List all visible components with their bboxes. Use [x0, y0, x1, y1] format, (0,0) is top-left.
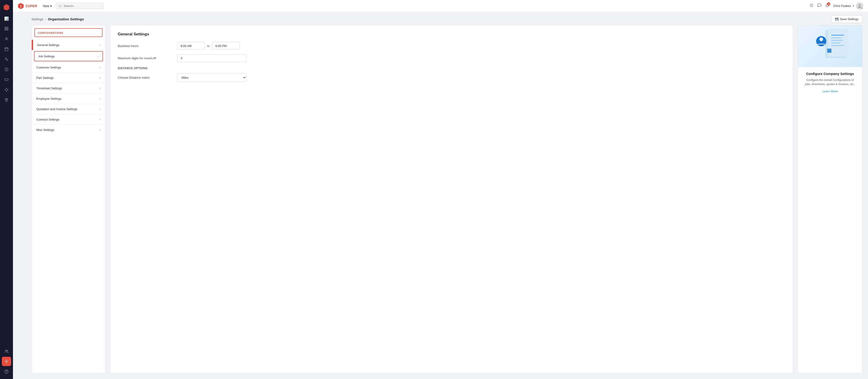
hamburger-menu-icon[interactable]: [809, 3, 814, 8]
time-to-separator: to: [207, 44, 210, 48]
svg-point-18: [6, 361, 7, 362]
online-indicator: [861, 8, 863, 9]
settings-active-icon[interactable]: [2, 357, 11, 366]
jobs-icon[interactable]: [2, 24, 11, 33]
svg-rect-31: [831, 35, 844, 36]
menu-item-quotation-label: Quotation and Invoice Settings: [36, 107, 77, 111]
business-hours-to-input[interactable]: [212, 42, 240, 50]
help-icon[interactable]: [2, 367, 11, 376]
svg-rect-1: [5, 27, 6, 28]
menu-item-job[interactable]: Job Settings ›: [34, 51, 103, 61]
choose-distance-label: Choose Distance metric: [118, 76, 174, 80]
menu-item-employee[interactable]: Employee Settings ›: [32, 93, 105, 104]
svg-rect-6: [5, 48, 8, 51]
breadcrumb-current: Organization Settings: [48, 17, 84, 21]
business-hours-controls: to: [177, 42, 785, 50]
user-name: Chris Foakes: [833, 4, 851, 8]
calendar-icon[interactable]: [2, 44, 11, 54]
distance-options-label: DISTANCE OPTIONS:: [118, 67, 785, 70]
tag-icon[interactable]: [2, 75, 11, 84]
grid-icon[interactable]: [2, 85, 11, 94]
menu-chevron-misc: ›: [99, 128, 101, 132]
logo-text: ZUPER: [26, 4, 37, 8]
people-icon[interactable]: [2, 347, 11, 356]
svg-point-13: [6, 91, 7, 91]
clock-icon[interactable]: [2, 65, 11, 74]
new-button[interactable]: New ▾: [43, 4, 52, 8]
topnav-right: 0 Chris Foakes ▾: [809, 2, 863, 10]
configure-illustration: [798, 26, 862, 67]
save-icon: 💾: [835, 18, 839, 21]
contacts-icon[interactable]: [2, 34, 11, 43]
new-chevron-icon: ▾: [50, 4, 52, 8]
general-settings-title: General Settings: [118, 32, 785, 37]
max-digits-label: Maximum digits for round-off: [118, 57, 174, 60]
svg-point-28: [859, 4, 861, 6]
menu-item-quotation[interactable]: Quotation and Invoice Settings ›: [32, 104, 105, 114]
main-content: Settings › Organization Settings 💾 Save …: [26, 12, 868, 379]
svg-point-16: [5, 350, 7, 351]
menu-chevron-customer: ›: [99, 65, 101, 69]
breadcrumb-settings-link[interactable]: Settings: [31, 18, 43, 21]
menu-item-contract[interactable]: Contract Settings ›: [32, 114, 105, 125]
sidebar: 📊: [0, 0, 13, 379]
svg-text:Z: Z: [20, 5, 22, 8]
search-icon: [59, 4, 62, 8]
analytics-icon[interactable]: 📊: [2, 14, 11, 23]
zuper-logo: Z ZUPER: [18, 3, 37, 9]
max-digits-controls: [177, 54, 785, 62]
user-info[interactable]: Chris Foakes ▾: [833, 2, 863, 10]
breadcrumb-separator: ›: [45, 18, 46, 21]
menu-item-misc[interactable]: Misc Settings ›: [32, 125, 105, 135]
configurations-header: CONFIGURATIONS: [34, 28, 102, 37]
notification-icon[interactable]: 0: [825, 3, 829, 8]
menu-chevron-general: ›: [99, 43, 101, 47]
business-hours-label: Business hours: [118, 44, 174, 48]
menu-chevron-part: ›: [99, 76, 101, 80]
menu-item-employee-label: Employee Settings: [36, 97, 61, 100]
menu-item-part[interactable]: Part Settings ›: [32, 73, 105, 83]
svg-point-37: [819, 37, 823, 41]
breadcrumb: Settings › Organization Settings: [31, 17, 84, 21]
svg-rect-2: [7, 27, 8, 28]
location-icon[interactable]: [2, 95, 11, 104]
left-panel: CONFIGURATIONS General Settings › Job Se…: [31, 25, 105, 374]
max-digits-input[interactable]: [177, 54, 247, 62]
menu-chevron-timesheet: ›: [99, 86, 101, 90]
menu-item-job-label: Job Settings: [38, 55, 55, 58]
distance-options-section: DISTANCE OPTIONS: Choose Distance metric…: [118, 67, 785, 82]
svg-rect-4: [5, 29, 6, 30]
svg-point-5: [6, 37, 7, 39]
sidebar-logo: [2, 3, 11, 11]
max-digits-row: Maximum digits for round-off: [118, 54, 785, 62]
learn-more-link[interactable]: Learn More: [823, 90, 838, 93]
svg-rect-3: [7, 29, 8, 30]
save-settings-button[interactable]: 💾 Save Settings: [831, 15, 863, 23]
menu-item-part-label: Part Settings: [36, 76, 54, 80]
search-container: [56, 3, 104, 9]
menu-item-customer[interactable]: Customer Settings ›: [32, 62, 105, 73]
svg-point-23: [59, 5, 61, 7]
reports-icon[interactable]: [2, 55, 11, 64]
search-input[interactable]: [64, 4, 101, 8]
menu-chevron-quotation: ›: [99, 107, 101, 111]
business-hours-from-input[interactable]: [177, 42, 205, 50]
choose-distance-row: Choose Distance metric Miles Kilometers: [118, 73, 785, 82]
configurations-label: CONFIGURATIONS: [38, 31, 63, 34]
configure-description: Configure the overall Configurations of …: [803, 78, 857, 86]
menu-item-general[interactable]: General Settings ›: [32, 40, 105, 50]
chat-icon[interactable]: [817, 3, 822, 8]
distance-metric-select[interactable]: Miles Kilometers: [177, 73, 247, 82]
menu-item-timesheet[interactable]: Timesheet Settings ›: [32, 83, 105, 93]
right-panel-content: Configure Company Settings Configure the…: [798, 67, 862, 98]
svg-point-12: [7, 90, 8, 90]
svg-rect-32: [831, 37, 842, 38]
svg-rect-35: [831, 45, 844, 46]
svg-line-24: [61, 6, 62, 7]
menu-item-general-label: General Settings: [37, 43, 60, 47]
menu-item-customer-label: Customer Settings: [36, 66, 61, 69]
illustration-svg: [807, 28, 853, 65]
svg-rect-34: [831, 42, 840, 43]
distance-controls: Miles Kilometers: [177, 73, 785, 82]
menu-item-timesheet-label: Timesheet Settings: [36, 87, 62, 90]
